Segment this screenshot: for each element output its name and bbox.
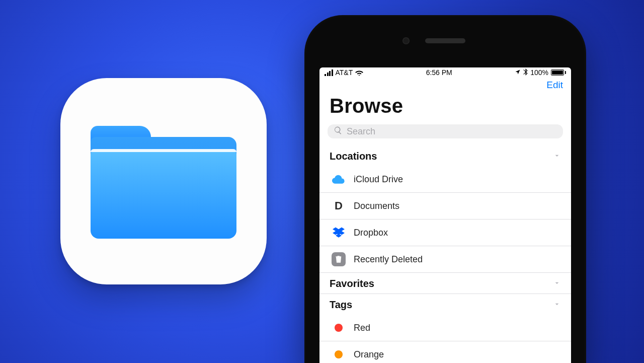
location-arrow-icon bbox=[515, 68, 521, 77]
location-item-dropbox[interactable]: Dropbox bbox=[319, 219, 571, 246]
search-icon bbox=[334, 126, 343, 137]
carrier-label: AT&T bbox=[336, 68, 353, 77]
tag-item-orange[interactable]: Orange bbox=[319, 341, 571, 363]
favorites-header[interactable]: Favorites bbox=[319, 272, 571, 294]
tag-item-red[interactable]: Red bbox=[319, 315, 571, 341]
bluetooth-icon bbox=[523, 68, 528, 77]
documents-app-icon: D bbox=[332, 199, 346, 213]
section-title: Locations bbox=[330, 151, 377, 162]
clock-label: 6:56 PM bbox=[426, 68, 452, 77]
tags-header[interactable]: Tags bbox=[319, 294, 571, 315]
edit-button[interactable]: Edit bbox=[546, 80, 563, 91]
section-title: Tags bbox=[330, 299, 352, 311]
chevron-down-icon bbox=[553, 299, 561, 311]
icloud-icon bbox=[332, 172, 346, 186]
list-item-label: Documents bbox=[354, 201, 399, 211]
list-item-label: iCloud Drive bbox=[354, 174, 403, 185]
tag-dot-red-icon bbox=[332, 321, 346, 335]
dropbox-icon bbox=[332, 226, 346, 240]
locations-header[interactable]: Locations bbox=[319, 146, 571, 166]
folder-icon bbox=[91, 126, 236, 237]
phone-camera-icon bbox=[403, 37, 410, 44]
battery-icon bbox=[551, 69, 566, 76]
section-title: Favorites bbox=[330, 278, 374, 289]
chevron-down-icon bbox=[553, 151, 561, 162]
list-item-label: Red bbox=[354, 323, 370, 333]
files-app-icon bbox=[60, 78, 267, 284]
stage: AT&T 6:56 PM 100% bbox=[0, 0, 644, 363]
search-field[interactable] bbox=[328, 124, 563, 138]
chevron-down-icon bbox=[553, 278, 561, 289]
battery-pct-label: 100% bbox=[530, 68, 548, 77]
location-item-icloud-drive[interactable]: iCloud Drive bbox=[319, 166, 571, 192]
trash-icon bbox=[332, 252, 346, 266]
list-item-label: Recently Deleted bbox=[354, 254, 423, 265]
phone-screen: AT&T 6:56 PM 100% bbox=[319, 67, 571, 363]
location-item-recently-deleted[interactable]: Recently Deleted bbox=[319, 246, 571, 272]
page-title: Browse bbox=[319, 91, 571, 122]
nav-bar: Edit bbox=[319, 78, 571, 91]
wifi-icon bbox=[355, 69, 363, 76]
signal-icon bbox=[325, 69, 333, 76]
tag-dot-orange-icon bbox=[332, 347, 346, 361]
search-input[interactable] bbox=[347, 126, 557, 137]
list-item-label: Dropbox bbox=[354, 228, 388, 238]
phone-frame: AT&T 6:56 PM 100% bbox=[304, 15, 586, 363]
list-item-label: Orange bbox=[354, 349, 384, 360]
location-item-documents[interactable]: D Documents bbox=[319, 192, 571, 219]
status-bar: AT&T 6:56 PM 100% bbox=[319, 67, 571, 78]
phone-speaker-icon bbox=[425, 38, 465, 43]
